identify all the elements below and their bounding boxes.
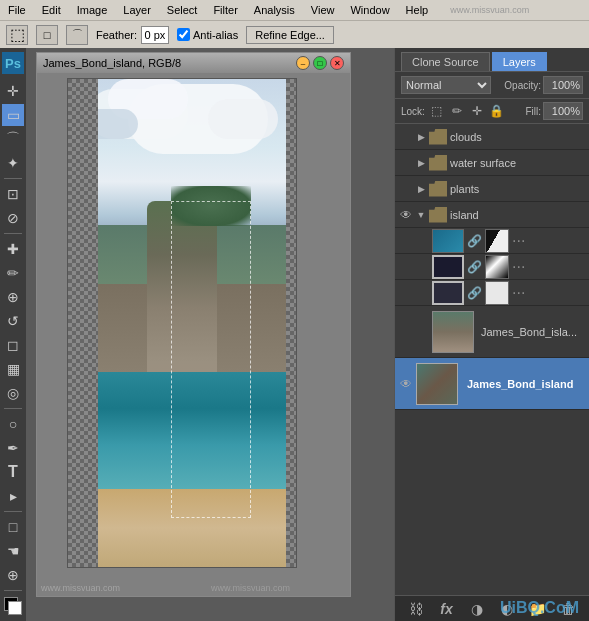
- left-toolbar: Ps ✛ ▭ ⌒ ✦ ⊡ ⊘ ✚ ✏ ⊕ ↺ ◻ ▦ ◎ ○ ✒ T ▸ □ ☚…: [0, 48, 26, 621]
- lock-paint-icon[interactable]: ✏: [449, 103, 465, 119]
- history-brush-tool[interactable]: ↺: [2, 310, 24, 332]
- lock-all-icon[interactable]: 🔒: [489, 103, 505, 119]
- lock-transparency-icon[interactable]: ⬚: [429, 103, 445, 119]
- tab-layers[interactable]: Layers: [492, 52, 547, 71]
- menu-window[interactable]: Window: [346, 3, 393, 17]
- layer-thumb-underwater: [432, 229, 464, 253]
- link-icon-screen: 🔗: [467, 260, 482, 274]
- layer-name-water-surface: water surface: [450, 157, 585, 169]
- path-select-tool[interactable]: ▸: [2, 485, 24, 507]
- right-panel: Clone Source Layers Normal Opacity: Lock…: [394, 48, 589, 621]
- layer-list[interactable]: 👁 ▶ clouds 👁 ▶ water surface 👁 ▶ plants: [395, 124, 589, 595]
- link-icon-white: 🔗: [467, 286, 482, 300]
- opacity-label: Opacity:: [504, 80, 541, 91]
- menu-analysis[interactable]: Analysis: [250, 3, 299, 17]
- menu-filter[interactable]: Filter: [209, 3, 241, 17]
- layer-item-plants[interactable]: 👁 ▶ plants: [395, 176, 589, 202]
- menu-edit[interactable]: Edit: [38, 3, 65, 17]
- layer-item-james-bond-selected[interactable]: 👁 James_Bond_island: [395, 358, 589, 410]
- expand-clouds[interactable]: ▶: [416, 132, 426, 142]
- link-layers-button[interactable]: ⛓: [406, 599, 426, 619]
- brush-tool[interactable]: ✏: [2, 262, 24, 284]
- close-button[interactable]: ✕: [330, 56, 344, 70]
- minimize-button[interactable]: –: [296, 56, 310, 70]
- foreground-bg-color[interactable]: [2, 595, 24, 617]
- document-window: James_Bond_island, RGB/8 – □ ✕: [36, 52, 351, 597]
- menu-select[interactable]: Select: [163, 3, 202, 17]
- layer-name-james-bond-selected: James_Bond_island: [467, 378, 585, 390]
- main-layout: Ps ✛ ▭ ⌒ ✦ ⊡ ⊘ ✚ ✏ ⊕ ↺ ◻ ▦ ◎ ○ ✒ T ▸ □ ☚…: [0, 48, 589, 621]
- folder-thumb-island: [429, 207, 447, 223]
- menu-view[interactable]: View: [307, 3, 339, 17]
- hand-tool[interactable]: ☚: [2, 540, 24, 562]
- move-tool[interactable]: ✛: [2, 80, 24, 102]
- menu-layer[interactable]: Layer: [119, 3, 155, 17]
- fill-input[interactable]: [543, 102, 583, 120]
- lasso-tool[interactable]: ⌒: [2, 128, 24, 150]
- uibq-watermark: UiBQ.CoM: [500, 599, 579, 617]
- menu-file[interactable]: File: [4, 3, 30, 17]
- feather-input[interactable]: [141, 26, 169, 44]
- document-canvas[interactable]: www.missvuan.com www.missvuan.com: [37, 73, 350, 596]
- layer-item-white[interactable]: 👁 🔗 ···: [395, 280, 589, 306]
- layer-item-clouds[interactable]: 👁 ▶ clouds: [395, 124, 589, 150]
- eye-icon-island[interactable]: 👁: [399, 208, 413, 222]
- layer-item-underwater[interactable]: 👁 🔗 ···: [395, 228, 589, 254]
- layer-name-plants: plants: [450, 183, 585, 195]
- eraser-tool[interactable]: ◻: [2, 334, 24, 356]
- blend-mode-select[interactable]: Normal: [401, 76, 491, 94]
- eye-icon-james-bond-selected[interactable]: 👁: [399, 377, 413, 391]
- expand-island[interactable]: ▼: [416, 210, 426, 220]
- lasso-icon[interactable]: ⌒: [66, 25, 88, 45]
- expand-plants[interactable]: ▶: [416, 184, 426, 194]
- magic-wand-tool[interactable]: ✦: [2, 152, 24, 174]
- shape-tool[interactable]: □: [2, 516, 24, 538]
- add-mask-button[interactable]: ◑: [467, 599, 487, 619]
- clone-tool[interactable]: ⊕: [2, 286, 24, 308]
- blur-tool[interactable]: ◎: [2, 382, 24, 404]
- type-tool[interactable]: T: [2, 461, 24, 483]
- healing-tool[interactable]: ✚: [2, 238, 24, 260]
- expand-water-surface[interactable]: ▶: [416, 158, 426, 168]
- menu-image[interactable]: Image: [73, 3, 112, 17]
- layer-thumb-screen: [432, 255, 464, 279]
- layer-name-james-bond-1: James_Bond_isla...: [481, 326, 585, 338]
- lock-move-icon[interactable]: ✛: [469, 103, 485, 119]
- tab-clone-source[interactable]: Clone Source: [401, 52, 490, 71]
- toolbar-divider-1: [4, 178, 22, 179]
- lock-label: Lock:: [401, 106, 425, 117]
- layer-dots-underwater: ···: [512, 232, 525, 250]
- ps-logo: Ps: [2, 52, 24, 74]
- layer-item-james-bond-1[interactable]: 👁 James_Bond_isla...: [395, 306, 589, 358]
- blend-opacity-controls: Normal Opacity:: [395, 72, 589, 99]
- layer-mask-underwater: [485, 229, 509, 253]
- maximize-button[interactable]: □: [313, 56, 327, 70]
- options-bar: ⬚ □ ⌒ Feather: Anti-alias Refine Edge...: [0, 20, 589, 48]
- zoom-tool[interactable]: ⊕: [2, 564, 24, 586]
- layer-name-island: island: [450, 209, 585, 221]
- fx-button[interactable]: fx: [436, 599, 456, 619]
- layer-mask-screen: [485, 255, 509, 279]
- toolbar-divider-3: [4, 408, 22, 409]
- lasso-tool-icon[interactable]: ⬚: [6, 25, 28, 45]
- opacity-group: Opacity:: [504, 76, 583, 94]
- marquee-tool[interactable]: ▭: [2, 104, 24, 126]
- crop-tool[interactable]: ⊡: [2, 183, 24, 205]
- layer-item-island[interactable]: 👁 ▼ island: [395, 202, 589, 228]
- canvas-image: [67, 78, 297, 568]
- document-title: James_Bond_island, RGB/8: [43, 57, 181, 69]
- layer-name-clouds: clouds: [450, 131, 585, 143]
- layer-item-water-surface[interactable]: 👁 ▶ water surface: [395, 150, 589, 176]
- layer-item-screen[interactable]: 👁 🔗 ···: [395, 254, 589, 280]
- gradient-tool[interactable]: ▦: [2, 358, 24, 380]
- feather-group: Feather:: [96, 26, 169, 44]
- marquee-icon[interactable]: □: [36, 25, 58, 45]
- dodge-tool[interactable]: ○: [2, 413, 24, 435]
- menu-bar: File Edit Image Layer Select Filter Anal…: [0, 0, 589, 20]
- slice-tool[interactable]: ⊘: [2, 207, 24, 229]
- opacity-input[interactable]: [543, 76, 583, 94]
- menu-help[interactable]: Help: [402, 3, 433, 17]
- anti-alias-checkbox[interactable]: [177, 28, 190, 41]
- pen-tool[interactable]: ✒: [2, 437, 24, 459]
- refine-edge-button[interactable]: Refine Edge...: [246, 26, 334, 44]
